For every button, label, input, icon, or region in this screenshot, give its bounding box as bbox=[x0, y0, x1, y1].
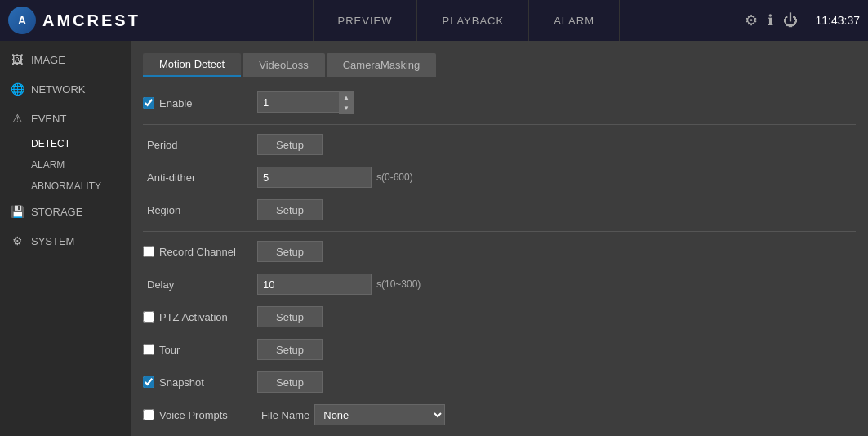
ptz-activation-setup-btn[interactable]: Setup bbox=[257, 306, 323, 327]
settings-icon[interactable]: ⚙ bbox=[745, 11, 758, 29]
enable-input-wrap: ▲ ▼ bbox=[257, 91, 354, 114]
main-layout: 🖼 IMAGE 🌐 NETWORK ⚠ EVENT DETECT ALARM A… bbox=[0, 41, 868, 436]
file-name-select[interactable]: None bbox=[314, 404, 445, 425]
record-channel-setup-btn[interactable]: Setup bbox=[257, 241, 323, 262]
tab-motion-detect[interactable]: Motion Detect bbox=[143, 53, 241, 77]
region-setup-btn[interactable]: Setup bbox=[257, 199, 323, 220]
nav-tab-preview[interactable]: PREVIEW bbox=[313, 0, 418, 41]
image-icon: 🖼 bbox=[10, 52, 24, 67]
sidebar-item-image[interactable]: 🖼 IMAGE bbox=[0, 45, 131, 74]
delay-label: Delay bbox=[143, 278, 257, 291]
sidebar-label-storage: STORAGE bbox=[31, 206, 82, 218]
logo-icon: A bbox=[8, 7, 36, 34]
logo-area: A AMCREST bbox=[8, 7, 188, 34]
enable-spin-up[interactable]: ▲ bbox=[340, 92, 353, 103]
sidebar-label-image: IMAGE bbox=[31, 54, 65, 66]
sidebar-label-event: EVENT bbox=[31, 113, 66, 125]
ptz-activation-checkbox[interactable] bbox=[143, 311, 154, 323]
snapshot-checkbox[interactable] bbox=[143, 376, 154, 388]
enable-row: Enable ▲ ▼ bbox=[143, 91, 856, 114]
sidebar-item-network[interactable]: 🌐 NETWORK bbox=[0, 74, 131, 104]
network-icon: 🌐 bbox=[10, 82, 24, 96]
snapshot-label: Snapshot bbox=[159, 376, 204, 389]
sidebar-label-abnormality: ABNORMALITY bbox=[31, 180, 101, 192]
logo-text: AMCREST bbox=[42, 11, 140, 30]
snapshot-row: Snapshot Setup bbox=[143, 371, 856, 394]
system-icon: ⚙ bbox=[10, 234, 24, 248]
snapshot-checkbox-label[interactable]: Snapshot bbox=[143, 376, 257, 389]
sidebar-item-system[interactable]: ⚙ SYSTEM bbox=[0, 226, 131, 256]
region-label: Region bbox=[143, 204, 257, 216]
delay-input[interactable] bbox=[257, 274, 372, 295]
divider-2 bbox=[143, 231, 856, 232]
content-area: Motion Detect VideoLoss CameraMasking En… bbox=[131, 41, 868, 436]
enable-spin-down[interactable]: ▼ bbox=[340, 103, 353, 113]
storage-icon: 💾 bbox=[10, 204, 24, 219]
enable-checkbox-label[interactable]: Enable bbox=[143, 97, 257, 109]
voice-prompts-label: Voice Prompts bbox=[159, 409, 228, 421]
logout-icon[interactable]: ⏻ bbox=[783, 12, 798, 29]
anti-dither-row: Anti-dither s(0-600) bbox=[143, 166, 856, 189]
period-row: Period Setup bbox=[143, 133, 856, 156]
sidebar-label-alarm: ALARM bbox=[31, 159, 65, 171]
tour-row: Tour Setup bbox=[143, 338, 856, 361]
info-icon[interactable]: ℹ bbox=[768, 11, 773, 29]
sidebar: 🖼 IMAGE 🌐 NETWORK ⚠ EVENT DETECT ALARM A… bbox=[0, 41, 131, 436]
ptz-activation-label: PTZ Activation bbox=[159, 311, 228, 323]
region-row: Region Setup bbox=[143, 198, 856, 221]
tab-video-loss[interactable]: VideoLoss bbox=[243, 53, 324, 77]
tour-label: Tour bbox=[159, 344, 180, 356]
sidebar-item-event[interactable]: ⚠ EVENT bbox=[0, 104, 131, 133]
sidebar-sub-alarm[interactable]: ALARM bbox=[0, 154, 131, 176]
anti-dither-hint: s(0-600) bbox=[376, 171, 413, 183]
voice-prompts-row: Voice Prompts File Name None bbox=[143, 403, 856, 426]
sidebar-item-storage[interactable]: 💾 STORAGE bbox=[0, 197, 131, 226]
voice-prompts-checkbox[interactable] bbox=[143, 409, 154, 420]
tour-setup-btn[interactable]: Setup bbox=[257, 339, 323, 360]
event-icon: ⚠ bbox=[10, 111, 24, 126]
nav-tab-alarm[interactable]: ALARM bbox=[529, 0, 620, 41]
period-label: Period bbox=[143, 139, 257, 151]
ptz-activation-checkbox-label[interactable]: PTZ Activation bbox=[143, 311, 257, 323]
enable-label: Enable bbox=[159, 97, 192, 109]
snapshot-setup-btn[interactable]: Setup bbox=[257, 371, 323, 393]
clock: 11:43:37 bbox=[816, 14, 861, 27]
tour-checkbox[interactable] bbox=[143, 344, 154, 355]
record-channel-checkbox-label[interactable]: Record Channel bbox=[143, 246, 257, 258]
enable-value-input[interactable] bbox=[257, 91, 339, 113]
record-channel-checkbox[interactable] bbox=[143, 246, 154, 257]
sidebar-label-detect: DETECT bbox=[31, 138, 70, 149]
divider-1 bbox=[143, 124, 856, 125]
tab-bar: Motion Detect VideoLoss CameraMasking bbox=[143, 53, 856, 77]
record-channel-label: Record Channel bbox=[159, 246, 236, 258]
header-icons: ⚙ ℹ ⏻ 11:43:37 bbox=[745, 11, 861, 29]
form-area: Enable ▲ ▼ Period Setup Anti-dither bbox=[143, 91, 856, 436]
nav-tab-playback[interactable]: PLAYBACK bbox=[417, 0, 529, 41]
file-name-label: File Name bbox=[257, 409, 309, 421]
delay-hint: s(10~300) bbox=[376, 278, 421, 290]
header: A AMCREST PREVIEW PLAYBACK ALARM ⚙ ℹ ⏻ 1… bbox=[0, 0, 868, 41]
sidebar-label-network: NETWORK bbox=[31, 83, 85, 96]
tour-checkbox-label[interactable]: Tour bbox=[143, 344, 257, 356]
tab-camera-masking[interactable]: CameraMasking bbox=[327, 53, 437, 77]
anti-dither-label: Anti-dither bbox=[143, 171, 257, 184]
voice-prompts-checkbox-label[interactable]: Voice Prompts bbox=[143, 409, 257, 421]
sidebar-label-system: SYSTEM bbox=[31, 235, 74, 247]
delay-row: Delay s(10~300) bbox=[143, 273, 856, 296]
anti-dither-input[interactable] bbox=[257, 167, 372, 188]
record-channel-row: Record Channel Setup bbox=[143, 240, 856, 263]
enable-spinner: ▲ ▼ bbox=[339, 91, 354, 114]
nav-tabs: PREVIEW PLAYBACK ALARM bbox=[188, 0, 745, 41]
period-setup-btn[interactable]: Setup bbox=[257, 134, 323, 155]
sidebar-sub-detect[interactable]: DETECT bbox=[0, 133, 131, 154]
ptz-activation-row: PTZ Activation Setup bbox=[143, 305, 856, 328]
enable-checkbox[interactable] bbox=[143, 97, 154, 109]
sidebar-sub-abnormality[interactable]: ABNORMALITY bbox=[0, 176, 131, 197]
